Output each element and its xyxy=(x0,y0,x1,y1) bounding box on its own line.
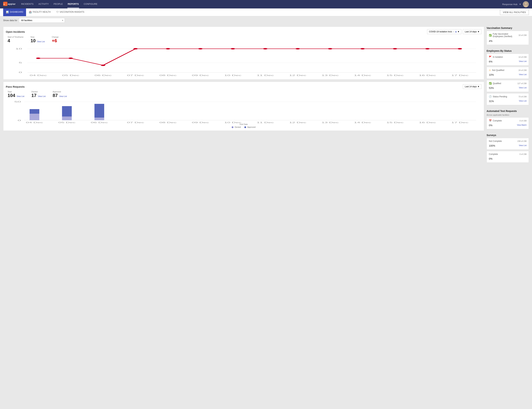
pass-approved-stat: Approved 87 View List xyxy=(53,91,67,98)
svg-point-32 xyxy=(231,48,235,49)
svg-text:13 Dec: 13 Dec xyxy=(322,74,339,76)
svg-point-31 xyxy=(198,48,203,49)
not-qualified-count: 24 of 238 xyxy=(518,69,527,71)
sub-nav: 📊 DASHBOARD 🏥 FACILITY HEALTH 🛡 VACCINAT… xyxy=(0,9,532,16)
svg-text:0: 0 xyxy=(19,71,22,73)
pass-requests-filters: Last 14 days ▼ xyxy=(463,84,481,89)
tab-dashboard[interactable]: 📊 DASHBOARD xyxy=(3,9,26,16)
view-all-facilities-button[interactable]: VIEW ALL FACILITIES xyxy=(500,10,529,15)
survey-not-complete-count: 238 of 238 xyxy=(517,140,527,142)
svg-point-4 xyxy=(525,2,527,5)
pass-approved-label: Approved xyxy=(53,91,67,93)
nav-incidents[interactable]: INCIDENTS xyxy=(21,0,34,8)
svg-text:17 Dec: 17 Dec xyxy=(451,122,468,123)
status-pending-view-list[interactable]: View List xyxy=(519,100,527,102)
svg-text:08 Dec: 08 Dec xyxy=(159,122,176,123)
pass-denied-view-list[interactable]: View List xyxy=(38,95,46,97)
app-logo: a appian xyxy=(3,2,16,7)
view-batch-link[interactable]: View Batch xyxy=(517,124,527,126)
svg-rect-44 xyxy=(29,114,39,120)
nav-configure[interactable]: CONFIGURE xyxy=(83,0,98,8)
nav-user-label[interactable]: Response Hub xyxy=(502,3,517,6)
in-isolation-view-list[interactable]: View List xyxy=(519,60,527,62)
pass-approved-view-list[interactable]: View List xyxy=(59,95,67,97)
denied-legend-dot xyxy=(232,126,233,128)
in-isolation-card: 🚩 In Isolation 14 of 238 6% View List xyxy=(486,54,529,65)
facilities-select[interactable]: All facilities xyxy=(19,18,65,23)
nav-people[interactable]: PEOPLE xyxy=(53,0,63,8)
pass-total-stat: Total 104 View List xyxy=(8,91,24,98)
approved-legend-dot xyxy=(244,126,246,128)
main-content: Open Incidents COVID-19 Isolation Incic … xyxy=(0,24,532,167)
svg-point-36 xyxy=(360,48,365,49)
tab-facility-health[interactable]: 🏥 FACILITY HEALTH xyxy=(26,9,54,16)
tab-dashboard-label: DASHBOARD xyxy=(10,11,23,13)
incidents-title: Open Incidents xyxy=(6,30,427,33)
incident-filter-label: COVID-19 Isolation Incic ··· xyxy=(429,30,455,33)
avatar[interactable] xyxy=(523,1,529,7)
vaccination-summary-title: Vaccination Summary xyxy=(486,27,529,29)
qualified-header: ✅ Qualified 127 of 238 xyxy=(489,82,527,85)
svg-text:12 Dec: 12 Dec xyxy=(289,74,306,76)
survey-not-complete-card: Not Complete 238 of 238 100% View List xyxy=(486,138,529,149)
facility-icon: 🏥 xyxy=(29,11,32,13)
svg-text:05 Dec: 05 Dec xyxy=(62,74,79,76)
pass-denied-stat: Denied 17 View List xyxy=(31,91,46,98)
incidents-view-list-link[interactable]: View List xyxy=(37,40,45,43)
facilities-select-wrap: All facilities xyxy=(19,18,65,23)
nav-activity[interactable]: ACTIVITY xyxy=(38,0,49,8)
stat-change-label: Change xyxy=(52,36,59,38)
status-pending-header: 🕐 Status Pending 73 of 238 xyxy=(489,95,527,98)
svg-text:10 Dec: 10 Dec xyxy=(224,74,241,76)
pass-total-view-list[interactable]: View List xyxy=(17,95,24,97)
in-isolation-header: 🚩 In Isolation 14 of 238 xyxy=(489,56,527,58)
not-qualified-label: Not Qualified xyxy=(492,69,517,71)
status-pending-footer: 31% View List xyxy=(489,99,527,103)
qualified-view-list[interactable]: View List xyxy=(519,87,527,89)
tab-vaccination-insights[interactable]: 🛡 VACCINATION INSIGHTS xyxy=(54,9,87,16)
fully-vaccinated-card: ✅ Fully Vaccinated Employees (Verified) … xyxy=(486,31,529,45)
show-data-label: Show data for xyxy=(3,19,17,22)
clock-icon: 🕐 xyxy=(489,95,492,98)
nav-links: INCIDENTS ACTIVITY PEOPLE REPORTS CONFIG… xyxy=(21,0,502,8)
status-pending-count: 73 of 238 xyxy=(518,96,527,98)
svg-text:50: 50 xyxy=(14,101,21,103)
warning-icon: ⚠ xyxy=(489,69,491,71)
incidents-chart-svg: 10 5 0 04 Dec 05 Dec 06 Dec 07 Dec 08 De… xyxy=(6,45,481,77)
svg-text:13 Dec: 13 Dec xyxy=(322,122,339,123)
svg-point-30 xyxy=(166,48,170,49)
incident-filter-btn[interactable]: COVID-19 Isolation Incic ··· ● ▼ xyxy=(427,29,461,34)
svg-text:11 Dec: 11 Dec xyxy=(257,74,274,76)
nav-reports[interactable]: REPORTS xyxy=(67,0,79,8)
svg-text:12 Dec: 12 Dec xyxy=(289,122,306,123)
test-complete-header: 📅 Complete 0 of 158 xyxy=(489,119,527,122)
legend-denied: Denied xyxy=(232,126,241,128)
status-pending-label: Status Pending xyxy=(493,95,517,98)
survey-not-complete-view-list[interactable]: View List xyxy=(519,144,527,146)
svg-text:a: a xyxy=(3,3,5,5)
svg-point-26 xyxy=(36,57,40,59)
svg-text:04 Dec: 04 Dec xyxy=(26,122,43,123)
in-isolation-value: 6% xyxy=(489,59,492,64)
fully-vaccinated-count: 10 of 238 xyxy=(518,34,527,36)
svg-text:10: 10 xyxy=(16,48,22,50)
qualified-card: ✅ Qualified 127 of 238 53% View List xyxy=(486,80,529,92)
pass-denied-label: Denied xyxy=(31,91,46,93)
filter-dot-icon: ● xyxy=(455,30,457,33)
date-range-btn[interactable]: Last 14 days ▼ xyxy=(463,29,481,34)
fully-vaccinated-label: Fully Vaccinated Employees (Verified) xyxy=(493,33,517,38)
svg-text:06 Dec: 06 Dec xyxy=(94,74,112,76)
svg-text:17 Dec: 17 Dec xyxy=(451,74,468,76)
fully-vaccinated-value: 4% xyxy=(489,38,527,43)
qualified-count: 127 of 238 xyxy=(517,82,527,84)
not-qualified-view-list[interactable]: View List xyxy=(519,73,527,75)
survey-complete-count: 0 of 238 xyxy=(520,153,527,155)
svg-rect-47 xyxy=(62,106,72,117)
svg-text:16 Dec: 16 Dec xyxy=(419,122,436,123)
test-complete-footer: 0% View Batch xyxy=(489,123,527,127)
pass-date-range-btn[interactable]: Last 14 days ▼ xyxy=(463,84,481,89)
svg-text:10 Dec: 10 Dec xyxy=(224,122,241,123)
qualified-value: 53% xyxy=(489,85,494,90)
in-isolation-footer: 6% View List xyxy=(489,59,527,64)
vaccination-summary-section: Vaccination Summary ✅ Fully Vaccinated E… xyxy=(486,27,529,46)
